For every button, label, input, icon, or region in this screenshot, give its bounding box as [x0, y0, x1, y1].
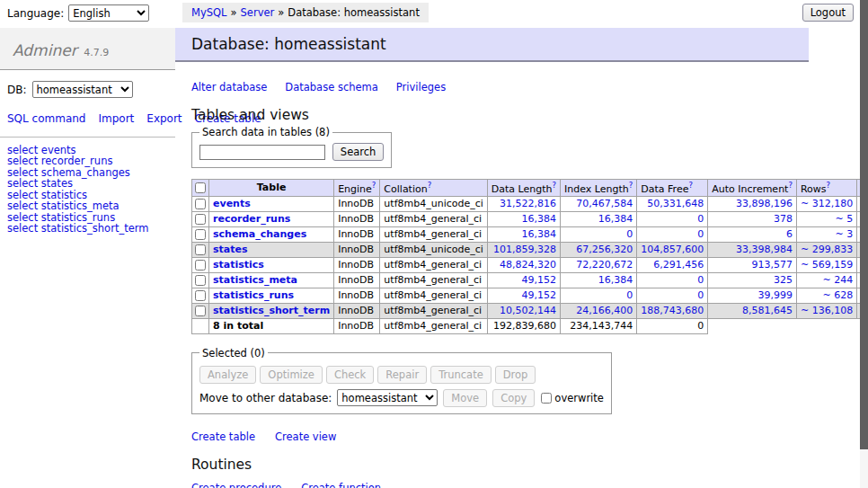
search-input[interactable] [199, 145, 325, 160]
scrollbar-thumb[interactable] [860, 0, 868, 449]
column-help-icon[interactable]: ? [428, 181, 432, 190]
table-name-link[interactable]: statistics [213, 259, 264, 271]
column-help-icon[interactable]: ? [827, 181, 831, 190]
table-cell-index_length: 16,384 [561, 211, 637, 226]
check-button[interactable]: Check [326, 366, 374, 384]
sidebar-command-link[interactable]: Import [98, 112, 134, 125]
table-cell-link[interactable]: 325 [774, 274, 793, 286]
table-cell-link[interactable]: ~ 3 [835, 228, 853, 240]
table-cell-link[interactable]: 104,857,600 [641, 244, 704, 255]
column-help-icon[interactable]: ? [688, 181, 693, 190]
table-cell-link[interactable]: 0 [626, 228, 633, 240]
table-name-link[interactable]: events [213, 198, 251, 209]
table-cell-link[interactable]: ~ 569,159 [801, 259, 853, 271]
table-cell-link[interactable]: 31,522,816 [500, 198, 556, 209]
database-nav-link[interactable]: Database schema [285, 81, 377, 93]
scrollbar[interactable] [860, 0, 868, 488]
create-link[interactable]: Create view [275, 430, 336, 443]
analyze-button[interactable]: Analyze [199, 366, 256, 384]
table-name-link[interactable]: states [213, 244, 248, 255]
sidebar-table-link[interactable]: select states [7, 178, 175, 190]
language-select[interactable]: English [68, 4, 149, 22]
table-cell-link[interactable]: ~ 628 [822, 289, 853, 301]
table-cell-link[interactable]: 913,577 [751, 259, 793, 271]
table-cell-link[interactable]: 70,467,584 [576, 198, 633, 209]
optimize-button[interactable]: Optimize [260, 366, 323, 384]
row-checkbox[interactable] [195, 290, 206, 301]
truncate-button[interactable]: Truncate [430, 366, 492, 384]
table-cell-link[interactable]: 33,398,984 [736, 244, 793, 255]
db-select[interactable]: homeassistant [32, 81, 133, 98]
routines-title: Routines [191, 457, 860, 473]
row-checkbox[interactable] [195, 260, 206, 271]
table-cell-link[interactable]: 8,581,645 [742, 305, 793, 316]
sidebar-table-link[interactable]: select recorder_runs [7, 155, 175, 167]
table-cell-collation: utf8mb4_general_ci [380, 272, 487, 288]
sidebar-table-link[interactable]: select statistics_short_term [7, 223, 175, 235]
row-checkbox[interactable] [195, 229, 206, 240]
database-nav-link[interactable]: Alter database [191, 81, 267, 93]
sidebar-table-link[interactable]: select statistics_meta [7, 200, 175, 212]
table-cell-link[interactable]: 188,743,680 [641, 305, 704, 316]
row-checkbox[interactable] [195, 306, 206, 316]
breadcrumb-item[interactable]: MySQL [191, 6, 227, 19]
create-link[interactable]: Create table [191, 430, 255, 443]
table-cell-link[interactable]: 24,166,400 [576, 305, 633, 316]
table-cell-link[interactable]: 72,220,672 [576, 259, 633, 271]
row-checkbox[interactable] [195, 214, 206, 225]
table-cell-link[interactable]: 10,502,144 [500, 305, 556, 316]
move-db-select[interactable]: homeassistant [337, 389, 438, 406]
table-name-link[interactable]: statistics_short_term [213, 305, 330, 316]
table-cell-link[interactable]: 50,331,648 [647, 198, 704, 209]
row-checkbox[interactable] [195, 275, 206, 286]
table-cell-link[interactable]: 6 [786, 228, 793, 240]
column-help-icon[interactable]: ? [372, 181, 376, 190]
table-cell-link[interactable]: 49,152 [522, 289, 557, 301]
search-button[interactable]: Search [332, 143, 385, 161]
routine-link[interactable]: Create function [301, 482, 381, 488]
app-name[interactable]: Adminer [13, 41, 77, 59]
table-cell-link[interactable]: 16,384 [598, 274, 633, 286]
table-cell-link[interactable]: ~ 136,108 [801, 305, 853, 316]
table-name-link[interactable]: schema_changes [213, 228, 306, 240]
table-cell-link[interactable]: 39,999 [757, 289, 793, 301]
table-cell-link[interactable]: ~ 244 [822, 274, 853, 286]
sidebar-command-link[interactable]: SQL command [7, 112, 85, 125]
table-cell-link[interactable]: 0 [697, 213, 704, 225]
routine-link[interactable]: Create procedure [191, 482, 281, 488]
table-cell-link[interactable]: 6,291,456 [653, 259, 704, 271]
table-cell-link[interactable]: 0 [697, 228, 704, 240]
row-checkbox[interactable] [195, 199, 206, 209]
move-button[interactable]: Move [443, 389, 487, 407]
table-cell-link[interactable]: 0 [697, 289, 704, 301]
copy-button[interactable]: Copy [492, 389, 535, 407]
row-checkbox[interactable] [195, 244, 206, 255]
table-cell-link[interactable]: 101,859,328 [493, 244, 556, 255]
repair-button[interactable]: Repair [377, 366, 427, 384]
breadcrumb-item[interactable]: Server [241, 6, 275, 19]
table-cell-link[interactable]: 0 [626, 289, 633, 301]
table-cell-link[interactable]: 49,152 [522, 274, 557, 286]
table-name-link[interactable]: recorder_runs [213, 213, 290, 225]
table-cell-link[interactable]: 48,824,320 [500, 259, 556, 271]
table-name-link[interactable]: statistics_meta [213, 274, 297, 286]
overwrite-checkbox[interactable] [541, 393, 552, 404]
table-cell-link[interactable]: ~ 299,833 [801, 244, 853, 255]
column-help-icon[interactable]: ? [553, 181, 557, 190]
table-cell-index_length: 70,467,584 [561, 196, 637, 211]
database-nav-link[interactable]: Privileges [396, 81, 446, 93]
column-help-icon[interactable]: ? [629, 181, 633, 190]
table-cell-link[interactable]: 67,256,320 [576, 244, 633, 255]
select-all-checkbox[interactable] [195, 182, 206, 193]
table-cell-link[interactable]: 0 [697, 274, 704, 286]
column-help-icon[interactable]: ? [788, 181, 793, 190]
table-cell-link[interactable]: 33,898,196 [736, 198, 793, 209]
table-cell-link[interactable]: ~ 5 [835, 213, 853, 225]
table-cell-link[interactable]: 16,384 [522, 228, 557, 240]
table-cell-link[interactable]: 16,384 [598, 213, 633, 225]
table-name-link[interactable]: statistics_runs [213, 289, 294, 301]
table-cell-link[interactable]: ~ 312,180 [801, 198, 853, 209]
table-cell-link[interactable]: 378 [774, 213, 793, 225]
table-cell-link[interactable]: 16,384 [522, 213, 557, 225]
drop-button[interactable]: Drop [495, 366, 536, 384]
